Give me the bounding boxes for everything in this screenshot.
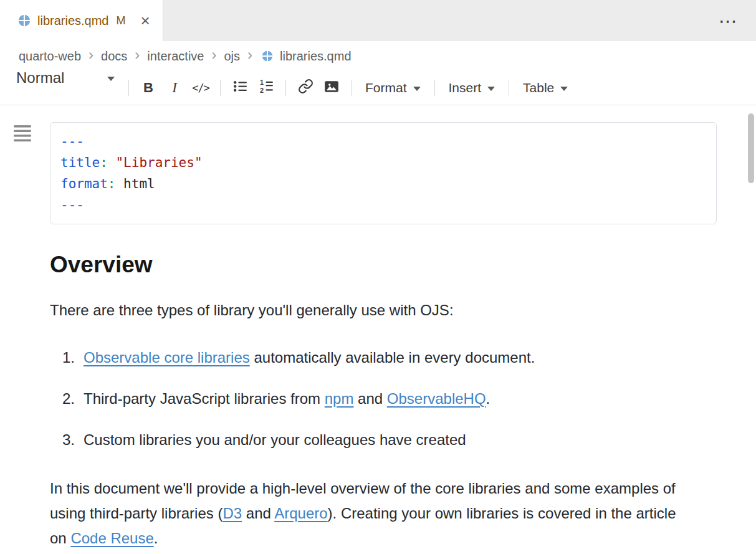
editor-toolbar: Normal B I </> 12 Format Insert Ta (0, 71, 756, 105)
list-text-segment: . (486, 390, 490, 407)
toolbar-divider (128, 80, 129, 96)
yaml-title-line: title:"Libraries" (60, 152, 706, 173)
link-npm[interactable]: npm (325, 390, 354, 407)
editor-actions-ellipsis-icon[interactable]: ⋯ (719, 10, 739, 32)
list-item-2: 2. Third-party JavaScript libraries from… (50, 386, 682, 411)
list-item-text: Third-party JavaScript libraries from np… (84, 386, 490, 411)
paragraph-style-dropdown[interactable]: Normal (9, 62, 122, 94)
list-number: 2. (62, 386, 84, 411)
bullet-list-button[interactable] (227, 76, 253, 100)
chevron-right-icon: › (210, 47, 218, 65)
tab-bar: libraries.qmd M × ⋯ (0, 0, 756, 41)
toolbar-divider (220, 80, 221, 96)
list-text-segment: automatically available in every documen… (250, 349, 535, 366)
close-tab-icon[interactable]: × (138, 12, 152, 29)
scrollbar-thumb[interactable] (748, 113, 754, 183)
numbered-list-button[interactable]: 12 (253, 76, 279, 100)
list-text-segment: Custom libraries you and/or your colleag… (84, 431, 466, 448)
chevron-down-icon (560, 87, 568, 91)
closing-paragraph: In this document we'll provide a high-le… (50, 476, 682, 551)
link-icon (298, 79, 313, 97)
link-observable-core-libraries[interactable]: Observable core libraries (84, 349, 250, 366)
svg-text:2: 2 (260, 87, 264, 94)
bold-button[interactable]: B (135, 76, 161, 100)
intro-paragraph: There are three types of library you'll … (50, 298, 682, 323)
format-menu[interactable]: Format (358, 77, 428, 99)
yaml-delimiter: --- (60, 194, 706, 216)
chevron-down-icon (107, 77, 115, 81)
chevron-down-icon (487, 87, 495, 91)
paragraph-text-segment: . (154, 530, 158, 547)
numbered-list-icon: 12 (259, 79, 274, 97)
tab-libraries-qmd[interactable]: libraries.qmd M × (0, 0, 163, 41)
table-menu[interactable]: Table (515, 77, 575, 99)
document-editor: --- title:"Libraries" format:html --- Ov… (0, 105, 756, 551)
inline-code-button[interactable]: </> (188, 76, 214, 100)
toolbar-divider (434, 80, 435, 96)
bullet-list-icon (232, 79, 248, 97)
yaml-delimiter: --- (60, 131, 706, 152)
insert-link-button[interactable] (292, 76, 318, 100)
ordered-list: 1. Observable core libraries automatical… (50, 345, 717, 452)
heading-overview: Overview (50, 252, 717, 278)
paragraph-style-value: Normal (16, 65, 64, 90)
breadcrumb-item-interactive[interactable]: interactive (147, 49, 204, 64)
toolbar-divider (351, 80, 352, 96)
link-d3[interactable]: D3 (222, 505, 242, 522)
link-observablehq[interactable]: ObservableHQ (387, 390, 486, 407)
italic-button[interactable]: I (161, 76, 188, 100)
breadcrumb-item-libraries-qmd[interactable]: libraries.qmd (280, 49, 351, 64)
chevron-right-icon: › (133, 47, 141, 65)
list-number: 3. (62, 427, 84, 452)
tab-title: libraries.qmd (37, 14, 108, 28)
link-arquero[interactable]: Arquero (274, 505, 327, 522)
breadcrumb-item-ojs[interactable]: ojs (224, 49, 240, 64)
paragraph-text-segment: and (242, 505, 274, 522)
list-text-segment: and (353, 390, 386, 407)
list-item-text: Custom libraries you and/or your colleag… (84, 427, 466, 452)
yaml-front-matter-block[interactable]: --- title:"Libraries" format:html --- (50, 122, 717, 224)
link-code-reuse[interactable]: Code Reuse (70, 530, 153, 547)
format-menu-label: Format (365, 80, 407, 95)
insert-menu-label: Insert (449, 80, 482, 95)
modified-badge: M (116, 14, 125, 27)
quarto-file-icon (261, 50, 274, 62)
table-menu-label: Table (523, 80, 554, 95)
chevron-down-icon (413, 87, 421, 91)
list-item-3: 3. Custom libraries you and/or your coll… (50, 427, 682, 452)
image-icon (323, 79, 340, 98)
svg-text:1: 1 (260, 79, 264, 86)
list-item-1: 1. Observable core libraries automatical… (50, 345, 682, 370)
list-number: 1. (62, 345, 84, 370)
list-text-segment: Third-party JavaScript libraries from (84, 390, 325, 407)
chevron-right-icon: › (246, 47, 254, 65)
insert-menu[interactable]: Insert (441, 77, 503, 99)
list-item-text: Observable core libraries automatically … (84, 345, 535, 370)
insert-image-button[interactable] (318, 76, 345, 100)
toolbar-divider (285, 80, 286, 96)
toolbar-divider (509, 80, 509, 96)
quarto-file-icon (17, 14, 31, 27)
block-drag-handle-icon[interactable] (14, 125, 32, 146)
yaml-format-line: format:html (60, 173, 706, 194)
